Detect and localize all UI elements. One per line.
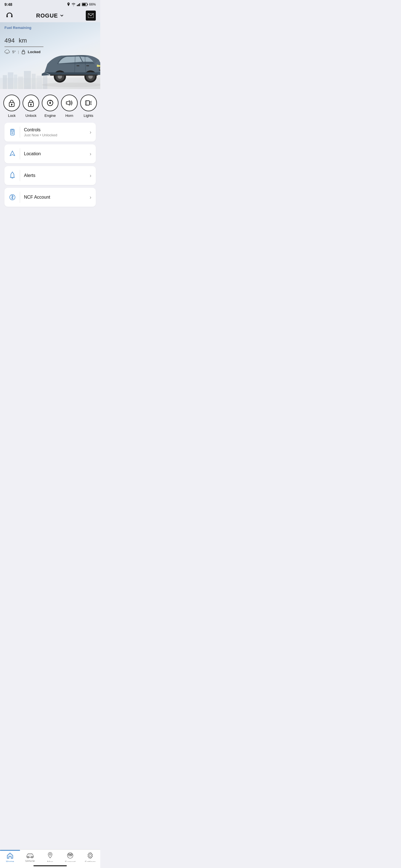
headset-button[interactable]	[4, 10, 15, 21]
ncf-menu-text: NCF Account	[24, 195, 86, 200]
app-header: ROGUE	[0, 8, 100, 22]
svg-point-60	[12, 133, 13, 134]
chevron-down-icon	[60, 13, 64, 18]
lock-status-text: Locked	[28, 50, 41, 54]
svg-rect-12	[3, 75, 7, 89]
ncf-chevron: ›	[90, 194, 91, 200]
weather-icon	[4, 50, 10, 54]
svg-line-22	[8, 54, 8, 54]
mail-button[interactable]	[86, 10, 96, 21]
location-icon-container	[9, 148, 20, 159]
status-bar: 9:48 66%	[0, 0, 100, 8]
svg-rect-0	[77, 5, 78, 6]
engine-circle	[42, 95, 58, 111]
svg-line-53	[89, 104, 92, 104]
svg-rect-6	[87, 4, 88, 5]
svg-point-59	[11, 133, 12, 134]
svg-rect-16	[24, 71, 31, 89]
controls-section: Lock Unlock	[0, 89, 100, 121]
dollar-icon	[9, 193, 16, 202]
controls-menu-text: Controls Just Now • Unlocked	[24, 127, 86, 137]
ncf-menu-item[interactable]: NCF Account ›	[4, 188, 96, 207]
unlock-icon	[27, 99, 35, 107]
svg-rect-23	[22, 52, 25, 54]
alerts-menu-item[interactable]: Alerts ›	[4, 166, 96, 185]
lock-status-icon	[21, 49, 26, 54]
navigation-icon	[9, 150, 16, 158]
svg-rect-5	[82, 4, 85, 6]
mail-icon	[88, 13, 93, 18]
horn-button[interactable]: Horn	[61, 95, 78, 118]
svg-rect-56	[11, 130, 13, 132]
location-menu-text: Location	[24, 151, 86, 156]
lights-label: Lights	[84, 114, 93, 118]
status-icons: 66%	[67, 2, 96, 6]
hero-section: Fuel Remaining 494 km 5° | Locked	[0, 22, 100, 89]
controls-chevron: ›	[90, 129, 91, 135]
svg-rect-40	[86, 65, 89, 66]
status-time: 9:48	[4, 2, 12, 7]
location-menu-item[interactable]: Location ›	[4, 145, 96, 163]
wifi-icon	[71, 3, 76, 6]
fuel-label: Fuel Remaining	[4, 26, 96, 30]
svg-rect-3	[80, 3, 81, 6]
engine-label: Engine	[45, 114, 56, 118]
ncf-title: NCF Account	[24, 195, 86, 200]
horn-circle	[61, 95, 78, 111]
unlock-circle	[23, 95, 39, 111]
svg-rect-1	[78, 4, 79, 6]
controls-icon-container	[9, 127, 20, 138]
controls-row: Lock Unlock	[3, 95, 97, 118]
svg-point-24	[42, 83, 100, 87]
engine-icon	[46, 99, 54, 107]
bell-icon	[9, 172, 16, 180]
car-image	[39, 42, 100, 89]
svg-point-58	[12, 132, 13, 133]
alerts-icon-container	[9, 170, 20, 181]
location-title: Location	[24, 151, 86, 156]
location-status-icon	[67, 2, 70, 6]
fuel-divider	[4, 46, 44, 47]
svg-rect-8	[11, 16, 12, 17]
svg-rect-39	[77, 65, 79, 66]
controls-menu-item[interactable]: Controls Just Now • Unlocked ›	[4, 123, 96, 142]
engine-button[interactable]: Engine	[42, 95, 58, 118]
lights-icon	[84, 99, 93, 107]
alerts-chevron: ›	[90, 173, 91, 179]
alerts-menu-text: Alerts	[24, 173, 86, 178]
headset-icon	[6, 12, 13, 20]
svg-rect-17	[32, 74, 36, 89]
lights-circle	[80, 95, 97, 111]
location-chevron: ›	[90, 151, 91, 157]
lock-circle	[3, 95, 20, 111]
vehicle-name-dropdown[interactable]: ROGUE	[36, 12, 64, 19]
signal-icon	[77, 3, 81, 6]
battery-icon	[82, 3, 88, 6]
svg-rect-13	[8, 72, 13, 89]
svg-rect-7	[7, 16, 7, 17]
unlock-label: Unlock	[25, 114, 36, 118]
lock-button[interactable]: Lock	[3, 95, 20, 118]
svg-rect-2	[79, 3, 80, 6]
temperature: 5°	[12, 50, 16, 54]
remote-icon	[9, 128, 16, 136]
lock-icon	[8, 99, 16, 107]
horn-label: Horn	[65, 114, 73, 118]
ncf-icon-container	[9, 192, 20, 203]
svg-line-51	[89, 101, 92, 102]
lights-button[interactable]: Lights	[80, 95, 97, 118]
vehicle-name: ROGUE	[36, 12, 58, 19]
controls-title: Controls	[24, 127, 86, 132]
battery-percentage: 66%	[89, 2, 96, 6]
horn-icon	[65, 99, 74, 107]
svg-point-49	[49, 102, 51, 104]
unlock-button[interactable]: Unlock	[23, 95, 39, 118]
svg-line-20	[6, 54, 6, 54]
alerts-title: Alerts	[24, 173, 86, 178]
svg-rect-15	[18, 76, 23, 89]
controls-subtitle: Just Now • Unlocked	[24, 133, 86, 137]
menu-section: Controls Just Now • Unlocked › Location …	[0, 121, 100, 209]
svg-rect-14	[14, 74, 17, 89]
svg-point-57	[11, 132, 12, 133]
lock-label: Lock	[8, 114, 16, 118]
